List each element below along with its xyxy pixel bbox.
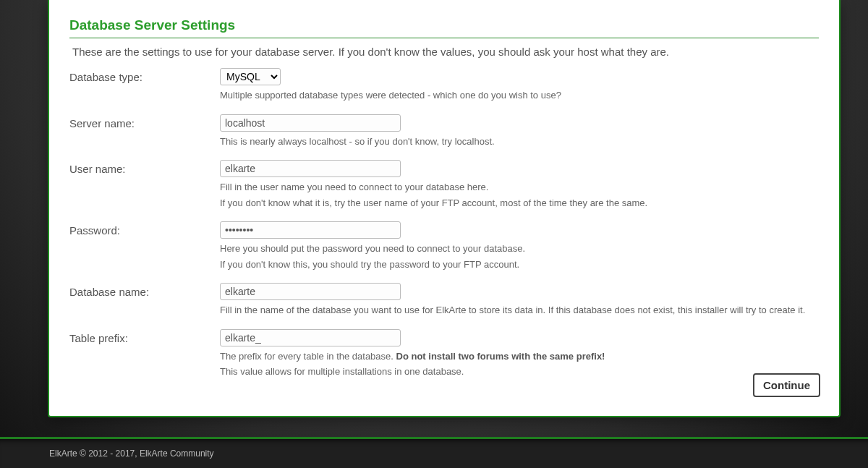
page-title: Database Server Settings (69, 0, 819, 38)
password-input[interactable] (220, 221, 401, 239)
hint-table-prefix-1: The prefix for every table in the databa… (220, 349, 819, 364)
footer: ElkArte © 2012 - 2017, ElkArte Community (0, 437, 868, 468)
user-name-input[interactable] (220, 160, 401, 177)
hint-user-name-1: Fill in the user name you need to connec… (220, 180, 819, 195)
settings-form: Database type: MySQL Multiple supported … (69, 68, 819, 379)
row-server-name: Server name: This is nearly always local… (69, 114, 819, 149)
row-table-prefix: Table prefix: The prefix for every table… (69, 329, 819, 379)
row-password: Password: Here you should put the passwo… (69, 221, 819, 271)
hint-user-name-2: If you don't know what it is, try the us… (220, 196, 819, 210)
actions: Continue (753, 373, 820, 397)
label-db-type: Database type: (69, 68, 220, 83)
settings-panel: Database Server Settings These are the s… (48, 0, 841, 417)
row-db-name: Database name: Fill in the name of the d… (69, 283, 819, 318)
hint-db-name: Fill in the name of the database you wan… (220, 303, 819, 318)
server-name-input[interactable] (220, 114, 401, 132)
continue-button[interactable]: Continue (753, 373, 820, 397)
hint-table-prefix-2: This value allows for multiple installat… (220, 365, 819, 379)
table-prefix-input[interactable] (220, 329, 401, 346)
label-password: Password: (69, 221, 220, 237)
label-user-name: User name: (69, 160, 220, 175)
label-db-name: Database name: (69, 283, 220, 298)
divider (69, 38, 819, 38)
intro-text: These are the settings to use for your d… (72, 46, 819, 58)
hint-password-2: If you don't know this, you should try t… (220, 258, 819, 272)
hint-server-name: This is nearly always localhost - so if … (220, 135, 819, 149)
row-user-name: User name: Fill in the user name you nee… (69, 160, 819, 210)
label-table-prefix: Table prefix: (69, 329, 220, 344)
hint-password-1: Here you should put the password you nee… (220, 242, 819, 256)
footer-text: ElkArte © 2012 - 2017, ElkArte Community (49, 448, 214, 459)
label-server-name: Server name: (69, 114, 220, 129)
hint-db-type: Multiple supported database types were d… (220, 88, 819, 103)
hint-prefix-text: The prefix for every table in the databa… (220, 351, 396, 362)
db-type-select[interactable]: MySQL (220, 68, 281, 85)
row-db-type: Database type: MySQL Multiple supported … (69, 68, 819, 103)
hint-prefix-strong: Do not install two forums with the same … (396, 351, 605, 362)
db-name-input[interactable] (220, 283, 401, 300)
